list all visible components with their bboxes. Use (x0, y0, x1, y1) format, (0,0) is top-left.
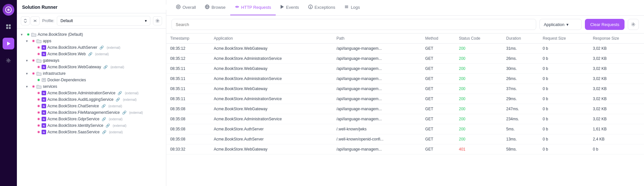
cell-status: 200 (455, 44, 502, 54)
tree-group-services[interactable]: ▾ services (17, 83, 166, 90)
tree-item-filemanagement-service[interactable]: N Acme.BookStore.FileManagementService 🔗… (17, 109, 166, 116)
cell-duration: 26ms. (502, 74, 539, 84)
tab-logs-label: Logs (351, 5, 360, 10)
table-row[interactable]: 08:35:11 Acme.BookStore.WebGateway /api/… (166, 84, 644, 94)
cell-request-size: 0 b (539, 54, 589, 64)
tab-events[interactable]: Events (276, 0, 304, 15)
tab-browse[interactable]: Browse (200, 0, 230, 15)
cell-timestamp: 08:35:11 (166, 84, 210, 94)
app-logo (3, 4, 14, 16)
table-body: 08:35:12 Acme.BookStore.WebGateway /api/… (166, 44, 644, 154)
tab-http-requests[interactable]: HTTP Requests (230, 0, 276, 15)
filemanagement-service-link-icon: 🔗 (122, 111, 127, 115)
cell-request-size: 0 b (539, 94, 589, 104)
tree-item-chat-service[interactable]: N Acme.BookStore.ChatService 🔗 (external… (17, 103, 166, 109)
tab-browse-label: Browse (211, 5, 225, 10)
application-filter-dropdown[interactable]: Application ▾ (539, 19, 582, 30)
cell-method: GET (421, 44, 455, 54)
tab-exceptions[interactable]: Exceptions (304, 0, 340, 15)
main-toolbar: Application ▾ Clear Requests (166, 16, 644, 33)
audit-service-label: Acme.BookStore.AuditLoggingService (47, 97, 113, 102)
apps-chevron-icon: ▾ (26, 39, 31, 43)
tree-item-saas-service[interactable]: N Acme.BookStore.SaasService 🔗 (external… (17, 129, 166, 135)
root-chevron-icon: ▾ (21, 33, 25, 37)
expand-all-button[interactable] (31, 16, 40, 25)
tree-item-admin-service[interactable]: N Acme.BookStore.AdministrationService 🔗… (17, 90, 166, 96)
tab-logs[interactable]: Logs (340, 0, 364, 15)
tab-overall[interactable]: Overall (171, 0, 200, 15)
cell-duration: 234ms. (502, 114, 539, 124)
tree-root[interactable]: ▾ Acme.BookStore (Default) (17, 31, 166, 38)
cell-status: 200 (455, 94, 502, 104)
saas-service-link-icon: 🔗 (102, 130, 107, 134)
cell-duration: 30ms. (502, 64, 539, 74)
infrastructure-chevron-icon: ▾ (26, 72, 31, 76)
cell-path: /.well-known/jwks (333, 124, 421, 134)
cell-status: 200 (455, 134, 502, 144)
svg-rect-5 (6, 27, 8, 29)
table-row[interactable]: 08:35:12 Acme.BookStore.AdministrationSe… (166, 54, 644, 64)
table-row[interactable]: 08:35:11 Acme.BookStore.AdministrationSe… (166, 94, 644, 104)
cell-method: GET (421, 94, 455, 104)
identity-service-label: Acme.BookStore.IdentityService (47, 123, 103, 128)
tree-item-identity-service[interactable]: N Acme.BookStore.IdentityService 🔗 (exte… (17, 122, 166, 129)
cell-status: 200 (455, 74, 502, 84)
requests-table: Timestamp Application Path Method Status… (166, 33, 644, 154)
profile-dropdown[interactable]: Default ▾ (57, 16, 150, 26)
admin-service-label: Acme.BookStore.AdministrationService (47, 91, 115, 95)
cell-path: /api/language-managem... (333, 144, 421, 154)
audit-service-badge: (external) (123, 98, 136, 101)
chat-service-badge: (external) (108, 104, 122, 108)
web-type-icon: N (42, 52, 46, 56)
folder-icon (31, 32, 36, 37)
profile-chevron-icon: ▾ (145, 19, 147, 23)
web-badge: (external) (95, 52, 109, 56)
cell-path: /api/language-managem... (333, 74, 421, 84)
tree-item-docker[interactable]: Docker-Dependencies (17, 77, 166, 83)
table-settings-button[interactable] (628, 19, 639, 30)
settings-nav-icon[interactable] (3, 55, 14, 66)
search-input[interactable] (171, 19, 536, 30)
table-row[interactable]: 08:33:32 Acme.BookStore.WebGateway /api/… (166, 144, 644, 154)
solution-tree: ▾ Acme.BookStore (Default) ▾ apps N Acme… (17, 29, 166, 186)
tree-item-webgateway[interactable]: N Acme.BookStore.WebGateway 🔗 (external) (17, 64, 166, 70)
cell-status: 200 (455, 84, 502, 94)
authserver-status-dot (37, 46, 40, 49)
table-row[interactable]: 08:35:11 Acme.BookStore.WebGateway /api/… (166, 64, 644, 74)
admin-service-status-dot (37, 91, 40, 95)
saas-service-type-icon: N (42, 130, 46, 134)
tree-item-audit-service[interactable]: N Acme.BookStore.AuditLoggingService 🔗 (… (17, 96, 166, 103)
tree-item-authserver[interactable]: N Acme.BookStore.AuthServer 🔗 (external) (17, 44, 166, 51)
table-row[interactable]: 08:35:12 Acme.BookStore.WebGateway /api/… (166, 44, 644, 54)
cell-method: GET (421, 114, 455, 124)
tree-item-web[interactable]: N Acme.BookStore.Web 🔗 (external) (17, 51, 166, 57)
clear-requests-button[interactable]: Clear Requests (585, 19, 625, 30)
tab-http-label: HTTP Requests (241, 5, 271, 10)
tree-item-gdpr-service[interactable]: N Acme.BookStore.GdprService 🔗 (external… (17, 116, 166, 122)
solution-settings-button[interactable] (153, 16, 162, 25)
collapse-all-button[interactable] (21, 16, 30, 25)
cell-duration: 247ms. (502, 104, 539, 114)
admin-service-link-icon: 🔗 (118, 91, 122, 95)
webgateway-status-dot (37, 65, 40, 69)
grid-nav-icon[interactable] (3, 21, 14, 33)
tree-group-gateways[interactable]: ▾ gateways (17, 57, 166, 64)
cell-path: /api/language-managem... (333, 84, 421, 94)
services-status-dot (32, 85, 35, 88)
table-row[interactable]: 08:35:11 Acme.BookStore.AdministrationSe… (166, 74, 644, 84)
tree-group-apps[interactable]: ▾ apps (17, 38, 166, 44)
cell-timestamp: 08:35:08 (166, 124, 210, 134)
cell-path: /api/language-managem... (333, 104, 421, 114)
identity-service-link-icon: 🔗 (106, 124, 110, 128)
play-nav-icon[interactable] (3, 38, 14, 49)
cell-request-size: 0 b (539, 134, 589, 144)
tree-group-infrastructure[interactable]: ▾ infrastructure (17, 70, 166, 77)
table-row[interactable]: 08:35:08 Acme.BookStore.AuthServer /.wel… (166, 124, 644, 134)
cell-application: Acme.BookStore.WebGateway (210, 84, 333, 94)
cell-duration: 31ms. (502, 44, 539, 54)
table-row[interactable]: 08:35:08 Acme.BookStore.AuthServer /.wel… (166, 134, 644, 144)
table-row[interactable]: 08:35:08 Acme.BookStore.WebGateway /api/… (166, 104, 644, 114)
table-row[interactable]: 08:35:08 Acme.BookStore.AdministrationSe… (166, 114, 644, 124)
saas-service-badge: (external) (109, 130, 123, 134)
cell-timestamp: 08:35:11 (166, 64, 210, 74)
